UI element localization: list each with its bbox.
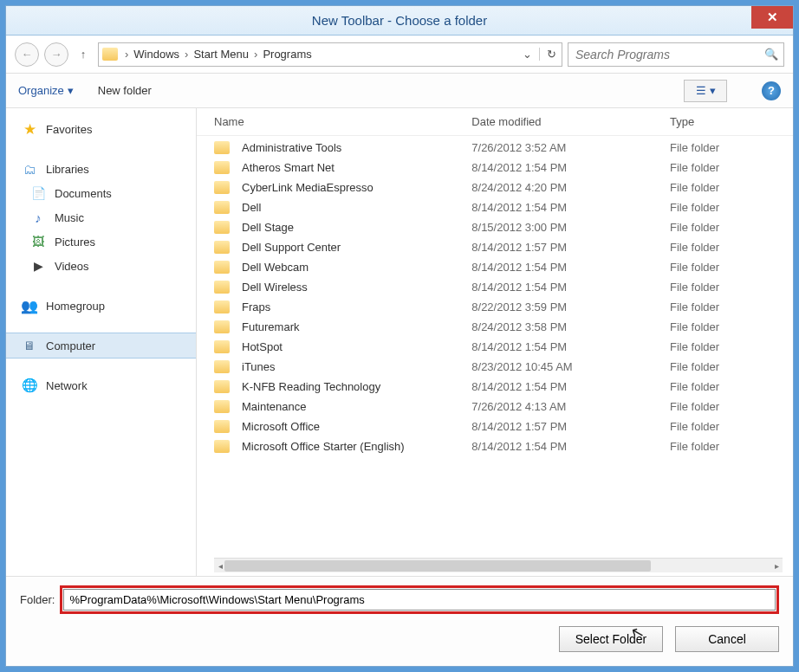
file-row[interactable]: Microsoft Office8/14/2012 1:57 PMFile fo… xyxy=(197,417,793,436)
file-date: 8/14/2012 1:54 PM xyxy=(471,161,670,174)
command-row: Organize ▾ New folder ☰ ▾ ? xyxy=(6,74,793,108)
file-row[interactable]: Dell Webcam8/14/2012 1:54 PMFile folder xyxy=(197,257,793,277)
scrollbar-thumb[interactable] xyxy=(224,560,651,572)
file-date: 8/14/2012 1:54 PM xyxy=(471,261,670,274)
file-name: Dell Support Center xyxy=(242,241,341,254)
folder-icon xyxy=(214,161,230,174)
folder-icon xyxy=(214,380,230,393)
folder-icon xyxy=(214,440,230,453)
arrow-up-icon: ↑ xyxy=(81,48,87,61)
folder-icon xyxy=(214,241,230,254)
file-date: 8/23/2012 10:45 AM xyxy=(471,360,670,373)
file-type: File folder xyxy=(670,161,783,174)
breadcrumb-item[interactable]: Programs xyxy=(261,48,313,61)
file-row[interactable]: Dell Support Center8/14/2012 1:57 PMFile… xyxy=(197,237,793,257)
navigation-sidebar: ★ Favorites 🗂 Libraries 📄 Documents ♪ Mu… xyxy=(6,108,197,576)
homegroup-icon: 👥 xyxy=(22,298,37,313)
chevron-right-icon: › xyxy=(183,48,190,61)
computer-icon: 🖥 xyxy=(22,338,37,353)
folder-icon xyxy=(214,261,230,274)
sidebar-network[interactable]: 🌐 Network xyxy=(6,373,196,397)
file-name: CyberLink MediaEspresso xyxy=(242,181,374,194)
file-name: Atheros Smart Net xyxy=(242,161,335,174)
address-dropdown[interactable]: ⌄ xyxy=(517,48,537,61)
sidebar-music[interactable]: ♪ Music xyxy=(6,205,196,229)
close-button[interactable]: ✕ xyxy=(751,6,793,29)
sidebar-libraries[interactable]: 🗂 Libraries xyxy=(6,157,196,181)
chevron-right-icon: › xyxy=(123,48,130,61)
videos-icon: ▶ xyxy=(30,258,46,274)
search-input[interactable] xyxy=(574,47,764,62)
up-button[interactable]: ↑ xyxy=(74,45,93,64)
back-button[interactable]: ← xyxy=(15,42,39,67)
file-type: File folder xyxy=(670,181,783,194)
close-icon: ✕ xyxy=(767,10,778,25)
address-bar[interactable]: › Windows › Start Menu › Programs ⌄ ↻ xyxy=(98,42,562,67)
file-type: File folder xyxy=(670,141,783,154)
file-row[interactable]: Dell Wireless8/14/2012 1:54 PMFile folde… xyxy=(197,277,793,297)
button-row: ↖ Select Folder Cancel xyxy=(20,626,779,652)
file-row[interactable]: CyberLink MediaEspresso8/24/2012 4:20 PM… xyxy=(197,178,793,197)
sidebar-pictures[interactable]: 🖼 Pictures xyxy=(6,229,196,254)
folder-icon xyxy=(214,300,230,313)
column-headers: Name Date modified Type xyxy=(197,108,793,136)
scroll-right-icon: ▸ xyxy=(770,559,783,573)
folder-icon xyxy=(214,221,230,234)
folder-input-highlight xyxy=(60,585,779,614)
body: ★ Favorites 🗂 Libraries 📄 Documents ♪ Mu… xyxy=(6,108,793,576)
file-date: 8/14/2012 1:57 PM xyxy=(471,420,670,433)
file-row[interactable]: Microsoft Office Starter (English)8/14/2… xyxy=(197,436,793,456)
breadcrumb-item[interactable]: Start Menu xyxy=(192,48,250,61)
sidebar-item-label: Network xyxy=(46,379,88,392)
document-icon: 📄 xyxy=(30,185,46,201)
sidebar-computer[interactable]: 🖥 Computer xyxy=(6,333,196,358)
file-row[interactable]: Dell Stage8/15/2012 3:00 PMFile folder xyxy=(197,217,793,237)
file-date: 8/14/2012 1:54 PM xyxy=(471,440,670,453)
sidebar-favorites[interactable]: ★ Favorites xyxy=(6,117,196,141)
horizontal-scrollbar[interactable]: ◂ ▸ xyxy=(214,558,783,572)
forward-button[interactable]: → xyxy=(44,42,68,67)
folder-input[interactable] xyxy=(63,589,776,611)
file-type: File folder xyxy=(670,261,783,274)
folder-icon xyxy=(214,360,230,373)
sidebar-homegroup[interactable]: 👥 Homegroup xyxy=(6,294,196,318)
cancel-button[interactable]: Cancel xyxy=(675,626,779,652)
breadcrumb-item[interactable]: Windows xyxy=(132,48,181,61)
folder-icon xyxy=(214,340,230,353)
folder-line: Folder: xyxy=(20,585,779,614)
file-row[interactable]: K-NFB Reading Technology8/14/2012 1:54 P… xyxy=(197,377,793,397)
file-name: K-NFB Reading Technology xyxy=(242,380,380,393)
column-type[interactable]: Type xyxy=(670,115,783,128)
music-icon: ♪ xyxy=(30,210,46,225)
folder-icon xyxy=(214,141,230,154)
file-row[interactable]: Futuremark8/24/2012 3:58 PMFile folder xyxy=(197,317,793,337)
file-row[interactable]: HotSpot8/14/2012 1:54 PMFile folder xyxy=(197,337,793,357)
title-bar: New Toolbar - Choose a folder ✕ xyxy=(6,6,793,36)
help-button[interactable]: ? xyxy=(762,81,781,100)
file-row[interactable]: iTunes8/23/2012 10:45 AMFile folder xyxy=(197,357,793,377)
column-name[interactable]: Name xyxy=(214,115,471,128)
file-type: File folder xyxy=(670,400,783,413)
file-row[interactable]: Atheros Smart Net8/14/2012 1:54 PMFile f… xyxy=(197,158,793,178)
file-type: File folder xyxy=(670,241,783,254)
file-name: Futuremark xyxy=(242,320,299,333)
file-row[interactable]: Dell8/14/2012 1:54 PMFile folder xyxy=(197,197,793,217)
sidebar-item-label: Libraries xyxy=(46,163,89,176)
new-folder-button[interactable]: New folder xyxy=(98,84,152,97)
organize-menu[interactable]: Organize ▾ xyxy=(18,84,74,97)
title-text: New Toolbar - Choose a folder xyxy=(312,13,487,28)
search-box[interactable]: 🔍 xyxy=(568,42,784,67)
file-name: HotSpot xyxy=(242,340,283,353)
nav-row: ← → ↑ › Windows › Start Menu › Programs … xyxy=(6,36,793,74)
refresh-button[interactable]: ↻ xyxy=(539,48,558,61)
view-button[interactable]: ☰ ▾ xyxy=(684,80,727,102)
select-folder-button[interactable]: Select Folder xyxy=(559,626,663,652)
sidebar-videos[interactable]: ▶ Videos xyxy=(6,254,196,278)
sidebar-documents[interactable]: 📄 Documents xyxy=(6,181,196,205)
column-date[interactable]: Date modified xyxy=(471,115,670,128)
file-name: Microsoft Office Starter (English) xyxy=(242,440,405,453)
file-row[interactable]: Fraps8/22/2012 3:59 PMFile folder xyxy=(197,297,793,317)
file-type: File folder xyxy=(670,380,783,393)
file-row[interactable]: Administrative Tools7/26/2012 3:52 AMFil… xyxy=(197,138,793,158)
file-row[interactable]: Maintenance7/26/2012 4:13 AMFile folder xyxy=(197,397,793,417)
